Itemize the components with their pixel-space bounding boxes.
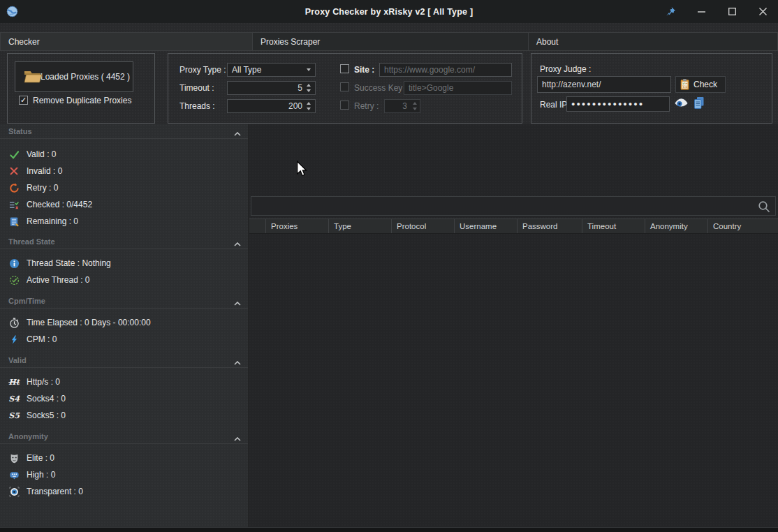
- app-window: Proxy Checker by xRisky v2 [ All Type ] …: [0, 0, 778, 532]
- loaded-proxies-button[interactable]: Loaded Proxies ( 4452 ): [15, 61, 133, 92]
- transparent-eye-icon: [8, 486, 20, 497]
- timeout-label: Timeout :: [179, 83, 214, 93]
- socks5-item: S5 Socks5 : 0: [8, 409, 66, 422]
- column-type[interactable]: Type: [329, 219, 392, 233]
- remove-duplicates-checkbox[interactable]: [19, 96, 28, 105]
- status-checked: Checked : 0/4452: [8, 198, 92, 211]
- search-icon[interactable]: [758, 200, 770, 216]
- search-input[interactable]: [251, 197, 775, 215]
- collapse-chevron-icon[interactable]: [234, 358, 241, 367]
- chevron-down-icon: [307, 68, 311, 71]
- elite-item: Elite : 0: [8, 452, 54, 464]
- column-password[interactable]: Password: [518, 219, 582, 233]
- pin-on-top-icon[interactable]: [659, 0, 682, 23]
- elite-label: Elite : 0: [27, 453, 54, 463]
- settings-groupbox: Proxy Type : All Type Timeout : Threads …: [168, 53, 522, 124]
- high-mask-icon: [8, 469, 20, 480]
- proxy-type-dropdown[interactable]: All Type: [227, 63, 316, 77]
- proxy-type-label: Proxy Type :: [179, 65, 226, 75]
- status-retry-label: Retry : 0: [27, 183, 58, 193]
- checked-list-icon: [8, 199, 20, 210]
- socks5-glyph-icon: S5: [8, 410, 20, 421]
- retry-icon: [8, 182, 20, 193]
- real-ip-input[interactable]: [566, 96, 670, 112]
- retry-spinner[interactable]: [410, 100, 419, 112]
- site-checkbox[interactable]: [340, 64, 349, 73]
- thread-state-item: Thread State : Nothing: [8, 257, 111, 269]
- collapse-chevron-icon[interactable]: [234, 129, 241, 138]
- stats-sidebar: Status Valid : 0 Invalid : 0 Retry : 0 C…: [0, 124, 249, 527]
- show-ip-eye-icon[interactable]: [674, 98, 689, 111]
- timeout-input[interactable]: [227, 81, 316, 95]
- timeout-spinner[interactable]: [304, 82, 313, 94]
- site-input[interactable]: [379, 63, 512, 77]
- judge-groupbox: Proxy Judge : Check Real IP :: [531, 53, 772, 124]
- success-key-checkbox[interactable]: [340, 82, 349, 91]
- lightning-icon: [8, 334, 20, 345]
- column-protocol[interactable]: Protocol: [392, 219, 455, 233]
- column-selector[interactable]: [249, 219, 266, 233]
- tab-checker[interactable]: Checker: [0, 32, 253, 51]
- column-country[interactable]: Country: [708, 219, 778, 233]
- status-invalid-label: Invalid : 0: [27, 166, 62, 176]
- stopwatch-icon: [8, 317, 20, 328]
- success-key-input[interactable]: [404, 81, 512, 95]
- copy-ip-icon[interactable]: [693, 96, 705, 112]
- status-remaining-label: Remaining : 0: [27, 216, 78, 226]
- retry-checkbox[interactable]: [340, 101, 349, 110]
- section-thread-state: Thread State: [0, 235, 248, 249]
- tab-checker-label: Checker: [8, 37, 40, 47]
- proxy-judge-label: Proxy Judge :: [540, 64, 591, 74]
- section-cpm-time-title: Cpm/Time: [8, 297, 45, 305]
- info-icon: [8, 258, 20, 269]
- threads-label: Threads :: [179, 101, 215, 111]
- https-label: Http/s : 0: [27, 377, 60, 387]
- check-icon: [8, 149, 20, 160]
- clipboard-check-icon: [680, 79, 689, 91]
- cpm-label: CPM : 0: [27, 334, 57, 344]
- socks4-glyph-icon: S4: [8, 393, 20, 404]
- proxy-judge-input[interactable]: [537, 76, 671, 93]
- tab-about[interactable]: About: [528, 32, 778, 51]
- loader-groupbox: Loaded Proxies ( 4452 ) Remove Duplicate…: [7, 53, 155, 124]
- column-proxies[interactable]: Proxies: [266, 219, 329, 233]
- column-timeout[interactable]: Timeout: [582, 219, 645, 233]
- minimize-button[interactable]: [690, 0, 712, 23]
- close-button[interactable]: [751, 0, 774, 23]
- high-item: High : 0: [8, 468, 55, 481]
- high-label: High : 0: [27, 470, 55, 480]
- thread-state-label: Thread State : Nothing: [27, 258, 111, 268]
- check-button[interactable]: Check: [675, 76, 726, 93]
- tab-proxies-scraper[interactable]: Proxies Scraper: [252, 32, 529, 51]
- socks4-label: Socks4 : 0: [27, 394, 66, 404]
- active-thread-label: Active Thread : 0: [27, 275, 90, 285]
- active-thread-item: Active Thread : 0: [8, 274, 90, 286]
- column-anonymity[interactable]: Anonymity: [645, 219, 708, 233]
- threads-spinner[interactable]: [304, 100, 313, 112]
- cpm-item: CPM : 0: [8, 333, 57, 346]
- status-valid-label: Valid : 0: [27, 149, 56, 159]
- status-remaining: Remaining : 0: [8, 215, 78, 228]
- remaining-list-icon: [8, 216, 20, 227]
- cross-icon: [8, 165, 20, 177]
- time-elapsed-label: Time Elapsed : 0 Days - 00:00:00: [27, 318, 151, 327]
- section-status: Status: [0, 124, 248, 139]
- status-checked-label: Checked : 0/4452: [27, 200, 92, 209]
- mouse-cursor: [296, 161, 307, 180]
- results-table-body: [249, 124, 778, 527]
- open-folder-icon: [24, 70, 43, 84]
- collapse-chevron-icon[interactable]: [234, 434, 241, 443]
- section-status-title: Status: [8, 127, 32, 135]
- status-retry: Retry : 0: [8, 182, 58, 194]
- threads-input[interactable]: [227, 99, 316, 113]
- column-username[interactable]: Username: [455, 219, 518, 233]
- collapse-chevron-icon[interactable]: [234, 299, 241, 307]
- section-valid-protocols: Valid: [0, 353, 248, 368]
- https-glyph-icon: Ht: [8, 376, 20, 387]
- site-label: Site :: [354, 65, 374, 75]
- collapse-chevron-icon[interactable]: [234, 239, 241, 248]
- maximize-button[interactable]: [721, 0, 743, 23]
- retry-label: Retry :: [354, 101, 379, 111]
- section-cpm-time: Cpm/Time: [0, 294, 248, 309]
- elite-mask-icon: [8, 452, 20, 464]
